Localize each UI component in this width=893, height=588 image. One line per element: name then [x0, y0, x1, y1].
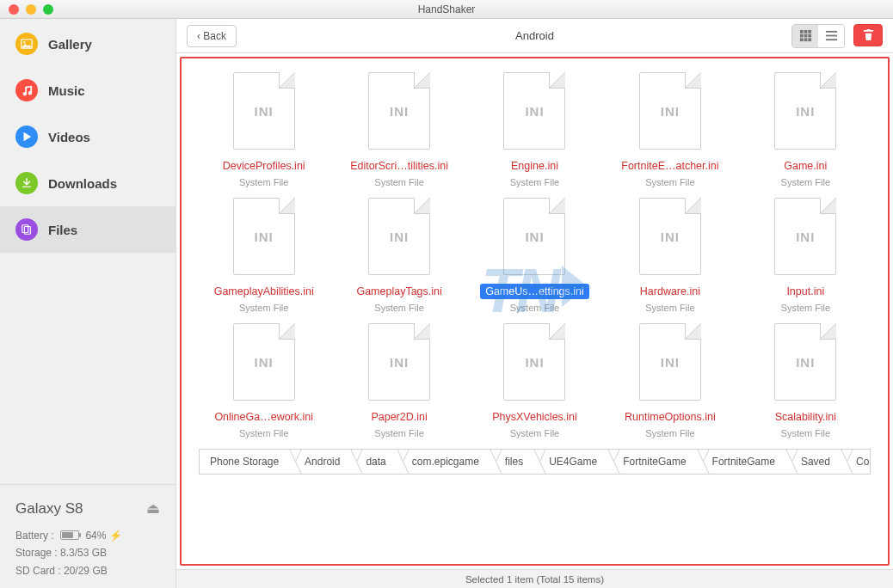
delete-button[interactable] — [853, 24, 883, 46]
file-type: System File — [781, 303, 830, 313]
svg-rect-5 — [804, 30, 807, 34]
download-icon — [15, 172, 38, 194]
file-thumb: INI — [774, 72, 836, 150]
back-button[interactable]: ‹ Back — [187, 25, 237, 47]
svg-rect-8 — [804, 34, 807, 38]
play-icon — [15, 126, 38, 148]
svg-rect-6 — [808, 30, 811, 34]
file-item[interactable]: INIOnlineGa…ework.iniSystem File — [199, 320, 329, 442]
device-sdcard: SD Card : 20/29 GB — [15, 562, 160, 579]
file-item[interactable]: INIPaper2D.iniSystem File — [334, 320, 464, 442]
toolbar: ‹ Back Android — [176, 19, 893, 53]
svg-rect-13 — [825, 31, 836, 33]
file-item[interactable]: INIGame.iniSystem File — [741, 69, 871, 191]
device-name: Galaxy S8 — [15, 497, 83, 522]
minimize-window-button[interactable] — [26, 4, 36, 15]
file-name: EditorScri…tilities.ini — [345, 158, 453, 174]
file-type: System File — [645, 303, 694, 313]
breadcrumb-segment[interactable]: Phone Storage — [200, 450, 289, 474]
breadcrumb-segment[interactable]: UE4Game — [533, 450, 607, 474]
file-thumb: INI — [774, 323, 836, 401]
breadcrumb: Phone StorageAndroiddatacom.epicgamefile… — [199, 449, 871, 475]
list-icon — [825, 29, 838, 42]
svg-point-1 — [23, 41, 25, 43]
chevron-left-icon: ‹ — [197, 30, 200, 42]
music-icon — [15, 79, 38, 101]
file-type: System File — [239, 177, 288, 187]
file-type: System File — [510, 303, 559, 313]
grid-view-button[interactable] — [792, 25, 818, 47]
svg-rect-4 — [799, 30, 803, 34]
breadcrumb-segment[interactable]: FortniteGame — [697, 450, 785, 474]
file-item[interactable]: INIHardware.iniSystem File — [605, 194, 735, 316]
breadcrumb-segment[interactable]: FortniteGame — [607, 450, 696, 474]
file-name: Scalability.ini — [770, 409, 841, 425]
svg-rect-10 — [799, 38, 803, 41]
file-type: System File — [239, 303, 288, 313]
file-item[interactable]: INIGameplayTags.iniSystem File — [334, 194, 464, 316]
sidebar-item-label: Files — [48, 223, 77, 237]
file-item[interactable]: INIEditorScri…tilities.iniSystem File — [334, 69, 464, 191]
location-title: Android — [176, 29, 893, 42]
file-thumb: INI — [503, 198, 565, 275]
file-name: GameplayAbilities.ini — [209, 284, 319, 299]
svg-rect-12 — [808, 38, 811, 41]
svg-rect-11 — [804, 38, 807, 41]
file-type: System File — [510, 428, 559, 438]
file-type: System File — [781, 428, 830, 438]
device-panel: Galaxy S8 ⏏ Battery : 64% ⚡ Storage : 8.… — [0, 484, 176, 588]
file-name: Hardware.ini — [635, 284, 705, 299]
file-name: Game.ini — [779, 158, 832, 174]
sidebar-item-downloads[interactable]: Downloads — [0, 160, 176, 206]
file-thumb: INI — [774, 198, 836, 275]
file-item[interactable]: INIScalability.iniSystem File — [741, 320, 871, 442]
battery-icon — [60, 530, 79, 540]
file-area: INIDeviceProfiles.iniSystem FileINIEdito… — [180, 57, 890, 566]
file-type: System File — [510, 177, 559, 187]
close-window-button[interactable] — [9, 4, 19, 15]
sidebar-item-files[interactable]: Files — [0, 206, 176, 253]
file-thumb: INI — [639, 323, 701, 401]
status-bar: Selected 1 item (Total 15 items) — [176, 569, 893, 588]
file-name: PhysXVehicles.ini — [487, 409, 582, 425]
sidebar-item-music[interactable]: Music — [0, 67, 176, 113]
titlebar: HandShaker — [0, 0, 893, 19]
sidebar-item-label: Downloads — [48, 176, 117, 191]
sidebar-item-label: Videos — [48, 130, 90, 144]
file-item[interactable]: INIGameUs…ettings.iniSystem File — [470, 194, 600, 316]
file-name: OnlineGa…ework.ini — [209, 409, 318, 425]
file-item[interactable]: INIDeviceProfiles.iniSystem File — [199, 69, 329, 191]
sidebar-item-label: Music — [48, 83, 85, 98]
list-view-button[interactable] — [818, 25, 844, 47]
traffic-lights — [0, 4, 53, 15]
file-name: Input.ini — [781, 284, 829, 299]
file-item[interactable]: INIEngine.iniSystem File — [470, 69, 600, 191]
file-item[interactable]: INIRuntimeOptions.iniSystem File — [605, 320, 735, 442]
file-thumb: INI — [503, 323, 565, 401]
sidebar-item-videos[interactable]: Videos — [0, 113, 176, 160]
file-type: System File — [374, 428, 423, 438]
sidebar-item-gallery[interactable]: Gallery — [0, 21, 176, 67]
zoom-window-button[interactable] — [43, 4, 53, 15]
file-type: System File — [239, 428, 288, 438]
breadcrumb-segment[interactable]: com.epicgame — [397, 450, 490, 474]
eject-icon[interactable]: ⏏ — [146, 497, 160, 522]
file-thumb: INI — [639, 72, 701, 150]
file-item[interactable]: INIPhysXVehicles.iniSystem File — [470, 320, 600, 442]
file-thumb: INI — [233, 323, 295, 401]
file-type: System File — [645, 177, 694, 187]
sidebar-item-label: Gallery — [48, 37, 92, 52]
file-item[interactable]: INIGameplayAbilities.iniSystem File — [199, 194, 329, 316]
file-name: Engine.ini — [506, 158, 564, 174]
file-item[interactable]: INIInput.iniSystem File — [741, 194, 871, 316]
view-toggle — [791, 24, 845, 48]
file-item[interactable]: INIFortniteE…atcher.iniSystem File — [605, 69, 735, 191]
file-type: System File — [374, 177, 423, 187]
file-thumb: INI — [233, 72, 295, 150]
file-name: Paper2D.ini — [366, 409, 432, 425]
files-icon — [15, 218, 38, 241]
grid-icon — [799, 29, 812, 42]
file-name: GameUs…ettings.ini — [480, 284, 589, 299]
trash-icon — [862, 28, 875, 41]
file-thumb: INI — [639, 198, 701, 275]
